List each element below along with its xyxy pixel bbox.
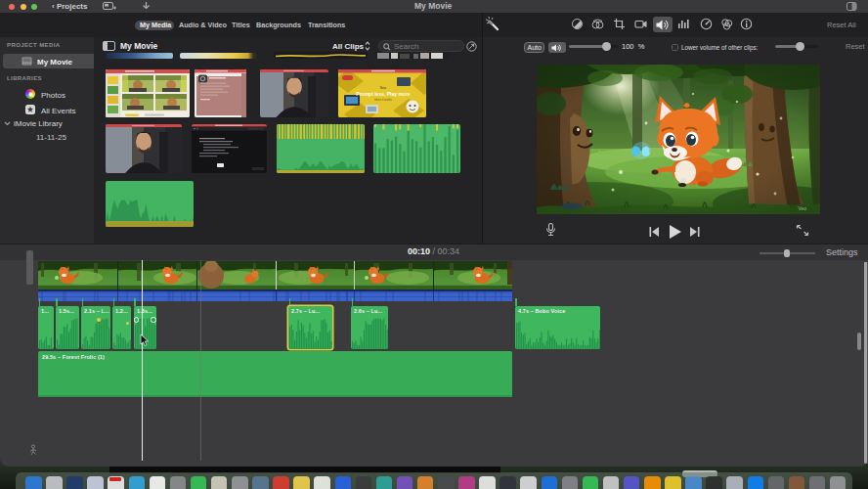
svg-text:New: New	[380, 86, 387, 90]
svg-text:Veo: Veo	[798, 205, 806, 211]
svg-text:when it works: when it works	[374, 98, 393, 102]
svg-text:Prompt less, Play more: Prompt less, Play more	[356, 91, 411, 97]
